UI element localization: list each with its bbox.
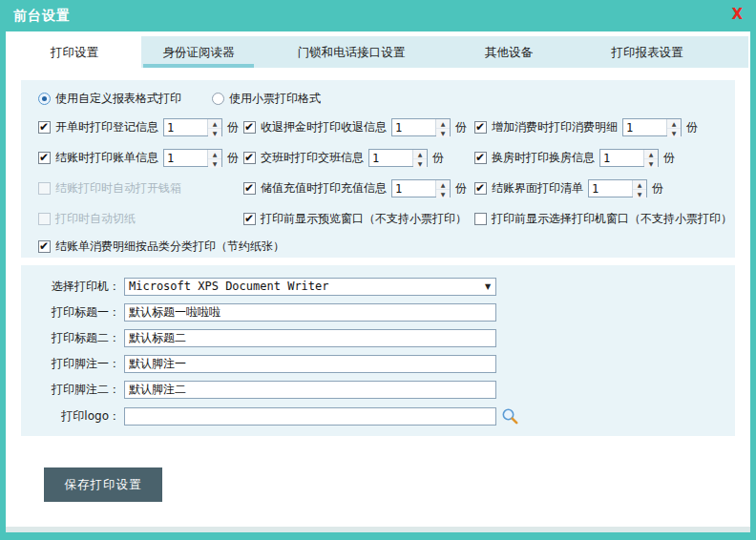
radio-label: 使用小票打印格式 (229, 91, 321, 107)
checkbox-icon[interactable] (243, 121, 256, 134)
stepper-arrows[interactable]: ▲▼ (207, 119, 221, 135)
copies-value: 1 (164, 119, 207, 135)
option-auto-cut-paper: 打印时自动切纸 (38, 211, 243, 227)
stepper-arrows[interactable]: ▲▼ (643, 150, 658, 166)
option-print-checkout-list: 结账界面打印清单 1 ▲▼ 份 (474, 179, 727, 197)
tab-print-report-settings[interactable]: 打印报表设置 (571, 36, 724, 68)
tab-label: 门锁和电话接口设置 (298, 45, 406, 59)
copies-value: 1 (392, 180, 435, 197)
stepper-down-icon[interactable]: ▼ (667, 129, 681, 137)
stepper-arrows[interactable]: ▲▼ (412, 150, 427, 166)
option-label: 结账界面打印清单 (492, 180, 583, 197)
stepper-arrows[interactable]: ▲▼ (666, 119, 681, 135)
logo-row: 打印logo： (46, 406, 519, 426)
option-label: 打印前显示预览窗口（不支持小票打印） (261, 211, 467, 227)
title2-field[interactable] (124, 329, 496, 347)
checkbox-icon[interactable] (243, 182, 256, 195)
copies-stepper[interactable]: 1 ▲▼ (163, 118, 222, 136)
stepper-down-icon[interactable]: ▼ (436, 190, 450, 198)
checkbox-icon[interactable] (474, 213, 487, 225)
stepper-up-icon[interactable]: ▲ (644, 150, 658, 159)
checkbox-icon[interactable] (474, 182, 487, 195)
print-format-row: 使用自定义报表格式打印 使用小票打印格式 (38, 88, 727, 109)
radio-label: 使用自定义报表格式打印 (55, 91, 181, 107)
copies-stepper[interactable]: 1 ▲▼ (163, 149, 222, 167)
checkbox-icon[interactable] (474, 152, 487, 164)
footer1-field[interactable] (124, 355, 496, 373)
printer-select[interactable]: Microsoft XPS Document Writer ▼ (124, 278, 496, 296)
save-print-settings-button[interactable]: 保存打印设置 (44, 467, 162, 502)
option-label: 收退押金时打印收退信息 (261, 119, 387, 135)
checkbox-icon[interactable] (474, 121, 487, 134)
copies-unit: 份 (663, 150, 675, 166)
option-print-deposit: 收退押金时打印收退信息 1 ▲▼ 份 (243, 118, 474, 136)
stepper-down-icon[interactable]: ▼ (436, 129, 450, 137)
stepper-down-icon[interactable]: ▼ (633, 190, 646, 198)
search-icon (501, 407, 519, 426)
title1-field[interactable] (124, 303, 496, 322)
options-row-5: 结账单消费明细按品类分类打印（节约纸张） (38, 236, 727, 257)
printer-select-row: 选择打印机： Microsoft XPS Document Writer ▼ (46, 277, 496, 296)
checkbox-icon[interactable] (38, 152, 51, 164)
stepper-up-icon[interactable]: ▲ (413, 150, 427, 159)
copies-stepper[interactable]: 1 ▲▼ (622, 118, 682, 136)
stepper-down-icon[interactable]: ▼ (413, 159, 427, 168)
option-open-cash-drawer: 结账打印时自动打开钱箱 (38, 180, 243, 197)
radio-receipt-format[interactable]: 使用小票打印格式 (212, 91, 321, 107)
tab-bar: 打印设置 身份证阅读器 门锁和电话接口设置 其他设备 打印报表设置 (8, 36, 748, 68)
checkbox-icon[interactable] (38, 121, 51, 134)
checkbox-icon[interactable] (38, 182, 51, 195)
radio-icon[interactable] (38, 93, 51, 105)
stepper-up-icon[interactable]: ▲ (633, 180, 646, 190)
options-row-1: 开单时打印登记信息 1 ▲▼ 份 收退押金时打印收退信息 1 ▲▼ 份 (38, 116, 727, 137)
checkbox-icon[interactable] (243, 152, 256, 164)
radio-custom-report-format[interactable]: 使用自定义报表格式打印 (38, 91, 181, 107)
stepper-arrows[interactable]: ▲▼ (435, 119, 450, 135)
copies-value: 1 (369, 150, 412, 166)
stepper-arrows[interactable]: ▲▼ (632, 180, 646, 197)
copies-stepper[interactable]: 1 ▲▼ (391, 179, 451, 197)
checkbox-icon[interactable] (38, 213, 51, 225)
copies-stepper[interactable]: 1 ▲▼ (599, 149, 659, 167)
footer2-field[interactable] (124, 381, 496, 399)
stepper-up-icon[interactable]: ▲ (667, 119, 681, 129)
stepper-down-icon[interactable]: ▼ (644, 159, 658, 168)
copies-stepper[interactable]: 1 ▲▼ (368, 149, 428, 167)
stepper-up-icon[interactable]: ▲ (436, 119, 450, 129)
option-print-bill-on-checkout: 结账时打印账单信息 1 ▲▼ 份 (38, 149, 243, 167)
content-area: 打印设置 身份证阅读器 门锁和电话接口设置 其他设备 打印报表设置 使用自定义报… (6, 31, 750, 527)
stepper-down-icon[interactable]: ▼ (208, 129, 221, 137)
option-label: 结账打印时自动打开钱箱 (55, 180, 181, 197)
print-options-panel: 使用自定义报表格式打印 使用小票打印格式 开单时打印登记信息 1 ▲▼ 份 (21, 80, 735, 258)
tab-print-settings[interactable]: 打印设置 (8, 36, 141, 74)
footer1-row: 打印脚注一： (46, 354, 496, 373)
stepper-arrows[interactable]: ▲▼ (207, 150, 221, 166)
logo-label: 打印logo： (46, 408, 120, 425)
copies-value: 1 (164, 150, 207, 166)
close-icon[interactable]: X (731, 6, 743, 23)
copies-unit: 份 (227, 150, 239, 166)
tab-label: 打印设置 (51, 45, 98, 59)
printer-select-value: Microsoft XPS Document Writer (125, 280, 480, 293)
options-row-3: 结账打印时自动打开钱箱 储值充值时打印充值信息 1 ▲▼ 份 结账界面打印清单 … (38, 177, 727, 198)
title2-row: 打印标题二： (46, 328, 496, 347)
stepper-down-icon[interactable]: ▼ (208, 159, 221, 168)
stepper-arrows[interactable]: ▲▼ (435, 180, 450, 197)
stepper-up-icon[interactable]: ▲ (208, 119, 221, 129)
dropdown-arrow-icon[interactable]: ▼ (480, 282, 495, 291)
copies-unit: 份 (652, 180, 663, 197)
stepper-up-icon[interactable]: ▲ (208, 150, 221, 159)
window-title: 前台设置 (13, 8, 71, 25)
option-show-preview-window: 打印前显示预览窗口（不支持小票打印） (243, 211, 474, 227)
copies-stepper[interactable]: 1 ▲▼ (588, 179, 647, 197)
logo-field[interactable] (124, 407, 496, 426)
browse-logo-button[interactable] (501, 407, 519, 426)
tab-id-card-reader[interactable]: 身份证阅读器 (141, 36, 256, 68)
radio-icon[interactable] (212, 93, 224, 105)
copies-stepper[interactable]: 1 ▲▼ (391, 118, 451, 136)
checkbox-icon[interactable] (38, 240, 51, 253)
checkbox-icon[interactable] (243, 213, 256, 225)
tab-other-devices[interactable]: 其他设备 (447, 36, 571, 68)
tab-doorlock-phone[interactable]: 门锁和电话接口设置 (256, 36, 447, 68)
stepper-up-icon[interactable]: ▲ (436, 180, 450, 190)
